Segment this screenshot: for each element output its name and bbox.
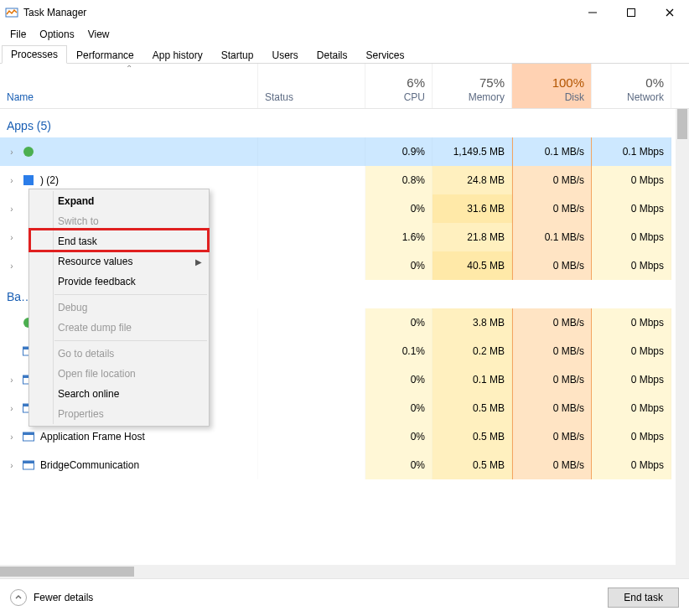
horizontal-scrollbar[interactable] (0, 565, 676, 578)
cell-memory: 0.5 MB (433, 422, 512, 451)
expand-chevron-icon[interactable]: › (7, 375, 17, 385)
cell-network: 0.1 Mbps (592, 137, 671, 166)
ctx-separator-2 (54, 340, 207, 341)
process-row[interactable]: ›Application Frame Host0%0.5 MB0 MB/s0 M… (0, 422, 689, 451)
cell-disk: 0.1 MB/s (512, 223, 592, 251)
col-disk[interactable]: 100% Disk (512, 64, 592, 108)
col-net-pct: 0% (645, 75, 664, 90)
titlebar: Task Manager (0, 0, 689, 25)
maximize-button[interactable] (612, 0, 650, 25)
svg-rect-17 (23, 461, 34, 463)
cell-name[interactable]: › (0, 137, 258, 166)
cell-cpu: 0% (365, 308, 433, 337)
cell-cpu: 0% (365, 365, 433, 394)
col-cpu[interactable]: 6% CPU (365, 64, 433, 108)
cell-memory: 21.8 MB (433, 223, 512, 251)
tab-services[interactable]: Services (357, 46, 414, 64)
process-row[interactable]: ›0.9%1,149.5 MB0.1 MB/s0.1 Mbps (0, 137, 689, 166)
cell-name[interactable]: ›Application Frame Host (0, 422, 258, 451)
ctx-open-file-location: Open file location (29, 364, 209, 384)
cell-cpu: 0% (365, 451, 433, 479)
category-label: Apps (5) (0, 109, 671, 137)
cell-name[interactable]: ›BridgeCommunication (0, 451, 258, 479)
menubar: File Options View (0, 25, 689, 44)
cell-disk: 0 MB/s (512, 166, 592, 194)
cell-status (258, 223, 365, 251)
svg-rect-2 (628, 9, 635, 17)
expand-chevron-icon[interactable]: › (7, 432, 17, 442)
ctx-go-to-details: Go to details (29, 344, 209, 364)
col-name[interactable]: ⌃ Name (0, 64, 258, 108)
submenu-caret-icon: ▶ (195, 257, 202, 267)
tab-details[interactable]: Details (308, 46, 357, 64)
svg-rect-6 (23, 175, 34, 185)
col-memory[interactable]: 75% Memory (433, 64, 512, 108)
cell-disk: 0.1 MB/s (512, 137, 592, 166)
expand-chevron-icon[interactable]: › (7, 148, 17, 157)
tab-app-history[interactable]: App history (143, 46, 212, 64)
cell-status (258, 365, 365, 394)
fewer-details-label[interactable]: Fewer details (34, 592, 93, 603)
cell-status (258, 337, 365, 365)
expand-chevron-icon[interactable]: › (7, 176, 17, 185)
tab-processes[interactable]: Processes (2, 45, 67, 64)
vertical-scrollbar[interactable] (676, 109, 689, 578)
menu-file[interactable]: File (3, 27, 33, 42)
ctx-provide-feedback[interactable]: Provide feedback (29, 272, 209, 292)
tab-users[interactable]: Users (262, 46, 307, 64)
end-task-button[interactable]: End task (608, 588, 679, 608)
cell-memory: 3.8 MB (433, 308, 512, 337)
cell-disk: 0 MB/s (512, 422, 592, 451)
ctx-create-dump: Create dump file (29, 318, 209, 338)
cell-network: 0 Mbps (592, 337, 671, 365)
menu-options[interactable]: Options (33, 27, 80, 42)
cell-cpu: 0.1% (365, 337, 433, 365)
expand-chevron-icon[interactable]: › (7, 204, 17, 214)
hscroll-thumb[interactable] (0, 567, 134, 577)
col-status[interactable]: Status (258, 64, 365, 108)
cell-disk: 0 MB/s (512, 251, 592, 280)
fewer-details-icon[interactable] (10, 589, 27, 606)
expand-chevron-icon[interactable]: › (7, 261, 17, 271)
cell-memory: 31.6 MB (433, 194, 512, 223)
cell-status (258, 251, 365, 280)
process-icon (22, 430, 35, 443)
process-row[interactable]: ›BridgeCommunication0%0.5 MB0 MB/s0 Mbps (0, 451, 689, 479)
cell-status (258, 394, 365, 422)
close-button[interactable] (650, 0, 689, 25)
col-disk-pct: 100% (552, 75, 584, 90)
tab-performance[interactable]: Performance (67, 46, 143, 64)
svg-rect-15 (23, 432, 34, 435)
cell-network: 0 Mbps (592, 308, 671, 337)
ctx-resource-values[interactable]: Resource values ▶ (29, 251, 209, 272)
ctx-expand[interactable]: Expand (29, 191, 209, 211)
cell-memory: 0.1 MB (433, 365, 512, 394)
col-mem-pct: 75% (479, 75, 505, 90)
cell-status (258, 137, 365, 166)
cell-network: 0 Mbps (592, 422, 671, 451)
cell-network: 0 Mbps (592, 194, 671, 223)
cell-memory: 1,149.5 MB (433, 137, 512, 166)
expand-chevron-icon[interactable]: › (7, 404, 17, 413)
col-cpu-label: CPU (404, 91, 425, 103)
cell-status (258, 308, 365, 337)
expand-chevron-icon[interactable]: › (7, 461, 17, 470)
expand-chevron-icon[interactable]: › (7, 233, 17, 242)
window-title: Task Manager (23, 7, 86, 18)
cell-memory: 0.5 MB (433, 394, 512, 422)
ctx-search-online[interactable]: Search online (29, 384, 209, 404)
ctx-end-task[interactable]: End task (29, 231, 209, 251)
menu-view[interactable]: View (81, 27, 117, 42)
cell-cpu: 0% (365, 251, 433, 280)
cell-disk: 0 MB/s (512, 451, 592, 479)
footer: Fewer details End task (0, 578, 689, 616)
cell-cpu: 0% (365, 394, 433, 422)
cell-cpu: 0% (365, 194, 433, 223)
cell-cpu: 0.9% (365, 137, 433, 166)
col-network[interactable]: 0% Network (592, 64, 671, 108)
col-net-label: Network (627, 91, 664, 103)
minimize-button[interactable] (573, 0, 612, 25)
tab-startup[interactable]: Startup (212, 46, 263, 64)
vscroll-thumb[interactable] (677, 109, 687, 139)
ctx-switch-to: Switch to (29, 211, 209, 231)
